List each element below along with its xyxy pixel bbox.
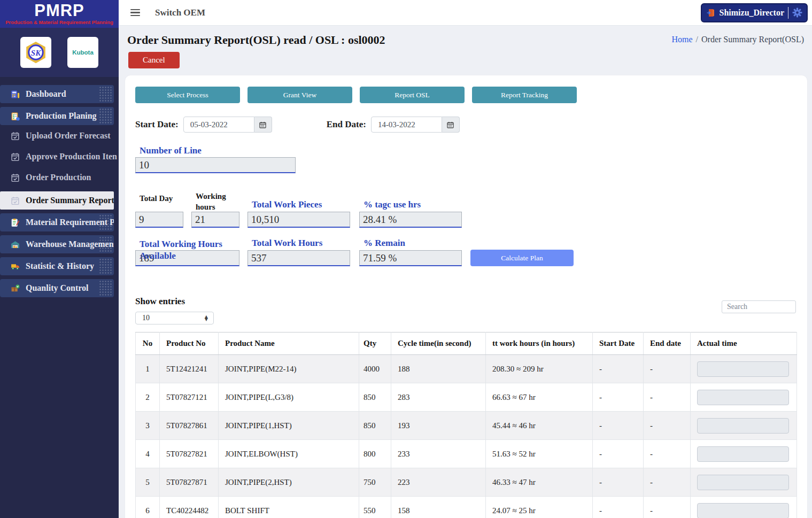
- gear-icon[interactable]: [792, 7, 802, 18]
- breadcrumb-current: Order Summary Report(OSL): [701, 35, 804, 44]
- hamburger-menu-icon[interactable]: [129, 7, 141, 19]
- column-header: End date: [644, 333, 691, 355]
- cancel-button[interactable]: Cancel: [128, 52, 180, 68]
- warehouse-icon: [11, 239, 21, 249]
- sidebar-item-label: Order Summary Report: [26, 196, 114, 205]
- column-header: tt work hours (in hours): [486, 333, 593, 355]
- table-row: 55T07827871JOINT,PIPE(2,HST)75022346.33 …: [136, 468, 797, 497]
- page-size-value: 10: [142, 314, 150, 322]
- sidebar-item-order-production[interactable]: Order Production: [0, 167, 119, 188]
- sidebar-item-label: Quanlity Control: [26, 283, 89, 293]
- working-hours-value: 21: [191, 212, 239, 228]
- table-row: 35T07827861JOINT,PIPE(1,HST)85019345.44 …: [136, 412, 797, 440]
- page-title: Order Summary Report(OSL) read / OSL : o…: [127, 33, 385, 47]
- sidebar-item-order-summary-report[interactable]: Order Summary Report: [0, 191, 114, 210]
- clipboard-check-icon: [11, 111, 21, 121]
- username-label: Shimizu_Director: [720, 8, 784, 18]
- svg-text:Kubota: Kubota: [72, 49, 94, 56]
- badge-divider: [788, 7, 788, 19]
- main-area: Switch OEM Shimizu_Director: [119, 0, 812, 518]
- total-work-pieces-label: Total Work Pieces: [252, 199, 350, 210]
- pct-tagc-use-hrs-label: % tagc use hrs: [364, 199, 462, 210]
- sidebar-item-label: Statistic & History: [26, 261, 94, 271]
- kubota-logo: Kubota: [67, 37, 98, 68]
- table-header-row: NoProduct NoProduct NameQtyCycle time(in…: [136, 333, 797, 355]
- report-card: Select ProcessGrant ViewReport OSLReport…: [125, 75, 807, 518]
- sidebar: PMRP Production & Material Requirement P…: [0, 0, 119, 518]
- calendar-check-icon: [11, 152, 21, 161]
- report-tracking-button[interactable]: Report Tracking: [472, 87, 577, 103]
- sidebar-item-dashboard[interactable]: Dashboard: [0, 85, 114, 103]
- actual-time-input[interactable]: [697, 446, 789, 462]
- sidebar-item-label: Dashboard: [26, 89, 66, 99]
- total-work-pieces-value: 10,510: [248, 212, 350, 228]
- table-row: 6TC40224482BOLT SHIFT55015824.07 ≈ 25 hr…: [136, 497, 797, 518]
- sidebar-item-quanlity-control[interactable]: Quanlity Control: [0, 279, 114, 297]
- column-header: Start Date: [593, 333, 644, 355]
- sidebar-item-material-requirement-pl[interactable]: Material Requirement Pl: [0, 213, 114, 231]
- column-header: Product Name: [219, 333, 359, 355]
- app-tagline: Production & Material Requirement Planni…: [1, 19, 118, 25]
- start-date-label: Start Date:: [135, 119, 179, 130]
- sidebar-item-label: Warehouse Management: [26, 239, 114, 249]
- sidebar-item-label: Material Requirement Pl: [26, 218, 114, 227]
- sidebar-item-production-planing[interactable]: Production Planing: [0, 107, 114, 125]
- table-row: 45T07827821JOINT,ELBOW(HST)80023351.63 ≈…: [136, 440, 797, 468]
- sk-logo: SK: [20, 37, 51, 68]
- report-osl-button[interactable]: Report OSL: [360, 87, 465, 103]
- dashboard-icon: [11, 89, 21, 99]
- pct-remain-value: 71.59 %: [359, 250, 462, 266]
- end-date-calendar-button[interactable]: [442, 117, 460, 133]
- grant-view-button[interactable]: Grant View: [248, 87, 352, 103]
- start-date-calendar-button[interactable]: [254, 117, 272, 133]
- table-row: 15T12421241JOINT,PIPE(M22-14)4000188208.…: [136, 355, 797, 383]
- logout-door-icon: [706, 8, 716, 18]
- pct-tagc-use-hrs-value: 28.41 %: [359, 212, 462, 228]
- actual-time-input[interactable]: [697, 418, 789, 434]
- quality-box-icon: [11, 283, 21, 293]
- total-day-value: 9: [135, 212, 183, 228]
- order-summary-table: NoProduct NoProduct NameQtyCycle time(in…: [135, 332, 797, 518]
- actual-time-input[interactable]: [697, 503, 789, 518]
- column-header: Product No: [160, 333, 219, 355]
- working-hours-label: Working hours: [196, 191, 234, 212]
- switch-oem-link[interactable]: Switch OEM: [155, 7, 205, 18]
- search-input[interactable]: [722, 300, 796, 313]
- sidebar-header: PMRP Production & Material Requirement P…: [0, 0, 119, 28]
- svg-text:SK: SK: [31, 49, 41, 57]
- sidebar-item-label: Approve Production Iten: [26, 152, 117, 161]
- sidebar-item-approve-production-iten[interactable]: Approve Production Iten: [0, 146, 119, 167]
- total-work-hours-label: Total Work Hours: [252, 238, 350, 249]
- column-header: Actual time: [691, 333, 797, 355]
- pct-remain-label: % Remain: [364, 238, 462, 249]
- user-badge[interactable]: Shimizu_Director: [701, 3, 808, 22]
- show-entries-label: Show entries: [135, 296, 214, 307]
- calendar-check-icon: [11, 173, 21, 182]
- sidebar-item-label: Order Production: [26, 173, 91, 182]
- actions-row: Select ProcessGrant ViewReport OSLReport…: [135, 87, 797, 103]
- topbar: Switch OEM Shimizu_Director: [119, 0, 812, 26]
- select-process-button[interactable]: Select Process: [135, 87, 240, 103]
- actual-time-input[interactable]: [697, 390, 789, 405]
- sidebar-item-label: Production Planing: [26, 111, 97, 121]
- calendar-check-icon: [11, 196, 21, 205]
- select-arrows-icon: ▲▼: [205, 316, 208, 321]
- start-date-input[interactable]: [183, 117, 254, 133]
- sidebar-item-label: Upload Order Forecast: [26, 131, 111, 141]
- page-size-select[interactable]: 10 ▲▼: [135, 312, 214, 324]
- actual-time-input[interactable]: [697, 361, 789, 377]
- sidebar-item-warehouse-management[interactable]: Warehouse Management: [0, 235, 114, 253]
- app-logo-text: PMRP: [1, 2, 118, 19]
- number-of-line-value: 10: [135, 157, 296, 173]
- sidebar-item-statistic-history[interactable]: Statistic & History: [0, 257, 114, 275]
- sidebar-nav: DashboardProduction PlaningUpload Order …: [0, 77, 119, 297]
- actual-time-input[interactable]: [697, 475, 789, 490]
- total-work-hours-value: 537: [248, 250, 350, 266]
- breadcrumb-home-link[interactable]: Home: [671, 35, 692, 44]
- content: Order Summary Report(OSL) read / OSL : o…: [119, 26, 812, 518]
- end-date-input[interactable]: [371, 117, 442, 133]
- number-of-line-label: Number of Line: [140, 145, 797, 156]
- column-header: Qty: [359, 333, 391, 355]
- calculate-plan-button[interactable]: Calculate Plan: [470, 250, 574, 266]
- sidebar-item-upload-order-forecast[interactable]: Upload Order Forecast: [0, 126, 119, 146]
